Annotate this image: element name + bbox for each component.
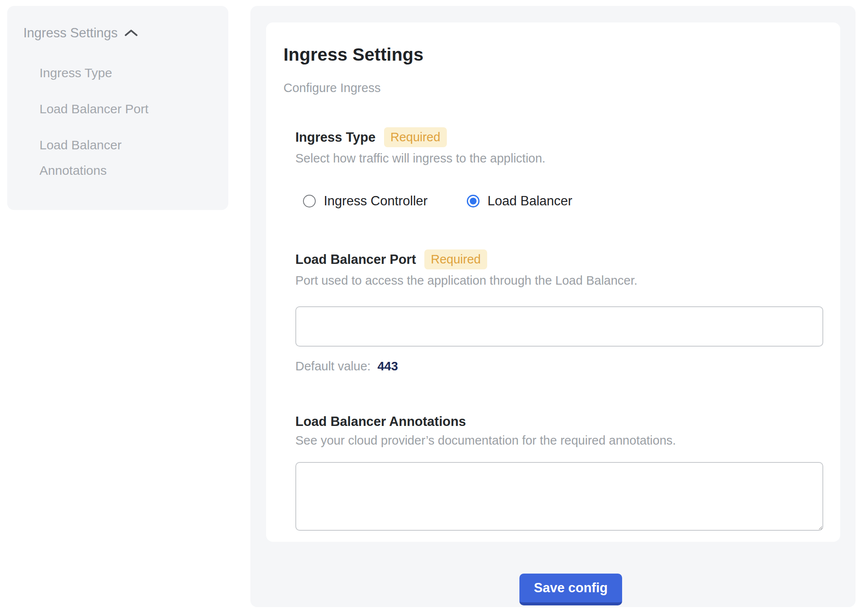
settings-sections: Ingress Type Required Select how traffic… [295, 127, 823, 531]
required-badge: Required [424, 249, 487, 269]
sidebar-section-ingress-settings[interactable]: Ingress Settings [23, 25, 211, 41]
radio-ingress-controller-label: Ingress Controller [324, 193, 428, 209]
ingress-settings-card: Ingress Settings Configure Ingress Ingre… [266, 22, 840, 542]
default-value-line: Default value: 443 [295, 359, 823, 373]
ingress-type-label: Ingress Type [295, 130, 376, 145]
settings-sidebar: Ingress Settings Ingress Type Load Balan… [7, 6, 228, 210]
load-balancer-annotations-label: Load Balancer Annotations [295, 414, 466, 429]
required-badge: Required [384, 127, 447, 147]
page-title: Ingress Settings [283, 45, 823, 65]
load-balancer-port-input[interactable] [295, 306, 823, 347]
default-value-label: Default value: [295, 359, 370, 373]
radio-load-balancer-label: Load Balancer [488, 193, 572, 209]
load-balancer-annotations-description: See your cloud provider’s documentation … [295, 434, 823, 448]
radio-ingress-controller[interactable]: Ingress Controller [303, 193, 428, 209]
load-balancer-port-description: Port used to access the application thro… [295, 274, 823, 288]
page-subtitle: Configure Ingress [283, 81, 823, 95]
ingress-type-radio-group: Ingress Controller Load Balancer [295, 193, 823, 209]
save-config-button[interactable]: Save config [519, 574, 622, 605]
load-balancer-annotations-textarea[interactable] [295, 462, 823, 531]
section-ingress-type: Ingress Type Required Select how traffic… [295, 127, 823, 209]
radio-selected-icon[interactable] [467, 195, 480, 207]
sidebar-section-label: Ingress Settings [23, 25, 118, 41]
sidebar-item-list: Ingress Type Load Balancer Port Load Bal… [23, 60, 211, 183]
sidebar-item-load-balancer-port[interactable]: Load Balancer Port [39, 96, 171, 122]
main-panel: Ingress Settings Configure Ingress Ingre… [250, 6, 856, 607]
ingress-type-description: Select how traffic will ingress to the a… [295, 151, 823, 165]
default-value-number: 443 [377, 359, 398, 373]
chevron-up-icon [124, 25, 138, 41]
section-load-balancer-port: Load Balancer Port Required Port used to… [295, 249, 823, 373]
load-balancer-port-label: Load Balancer Port [295, 252, 416, 267]
sidebar-item-ingress-type[interactable]: Ingress Type [39, 60, 171, 86]
radio-load-balancer[interactable]: Load Balancer [467, 193, 572, 209]
radio-unselected-icon[interactable] [303, 195, 316, 207]
section-load-balancer-annotations: Load Balancer Annotations See your cloud… [295, 414, 823, 531]
sidebar-item-load-balancer-annotations[interactable]: Load Balancer Annotations [39, 132, 171, 183]
